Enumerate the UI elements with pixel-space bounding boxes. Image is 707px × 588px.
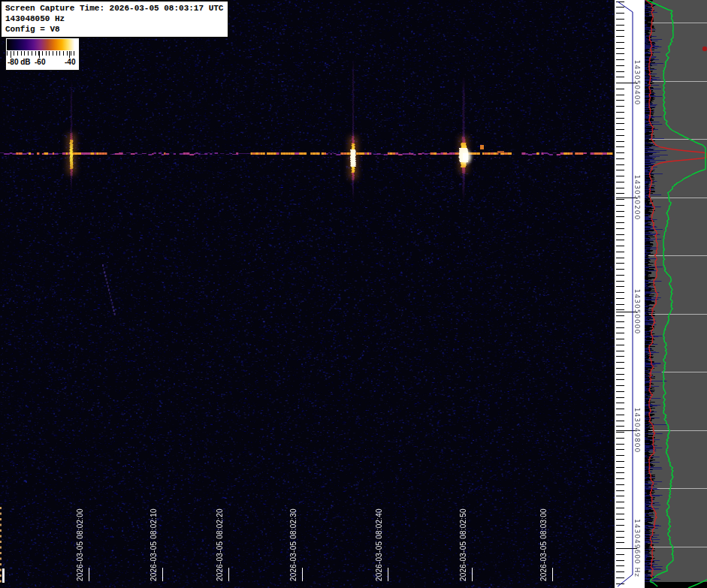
time-axis-tick	[302, 568, 303, 581]
frequency-axis-label: 143050400	[633, 60, 641, 106]
time-axis-label: 2026-03-05 08:02:40	[375, 508, 383, 581]
time-axis-label: 2026-03-05 08:02:20	[216, 508, 224, 581]
time-axis-tick	[162, 568, 163, 581]
waterfall-spectrogram-canvas	[0, 0, 615, 588]
config-text: Config = V8	[5, 24, 223, 35]
db-scale-major-tick	[11, 51, 11, 58]
db-color-scale: -80 dB-60-40	[5, 38, 80, 71]
time-axis-label: 2026-03-05 08:02:30	[289, 508, 298, 581]
time-axis-tick	[388, 568, 388, 581]
frequency-axis-label: 143049600 Hz	[633, 519, 641, 577]
color-gradient-bar	[7, 39, 77, 50]
frequency-axis-label: 143050200	[633, 175, 641, 221]
db-scale-major-tick	[69, 51, 70, 58]
frequency-axis-labels: 1430504001430502001430500001430498001430…	[615, 0, 645, 588]
time-axis-label: 2026-03-05 08:02:50	[459, 508, 467, 581]
color-scale-ticks	[7, 51, 77, 56]
base-frequency-text: 143048050 Hz	[5, 14, 223, 24]
db-scale-label: -80 dB	[8, 58, 31, 66]
time-axis-tick	[552, 568, 553, 581]
time-axis-label: 2026-03-05 08:03:00	[539, 508, 548, 581]
capture-time-text: Screen Capture Time: 2026-03-05 08:03:17…	[5, 3, 223, 14]
time-axis-tick	[89, 568, 89, 581]
frequency-axis-label: 143049800	[633, 408, 641, 454]
capture-info-overlay: Screen Capture Time: 2026-03-05 08:03:17…	[1, 1, 228, 38]
time-axis-tick	[228, 568, 229, 581]
time-axis-label: 2026-03-05 08:02:10	[150, 508, 158, 581]
spectrum-panel-canvas	[645, 0, 707, 588]
time-axis-tick	[472, 568, 473, 581]
db-scale-label: -60	[35, 58, 45, 66]
frequency-axis-label: 143050000	[633, 289, 641, 335]
db-scale-label: -40	[65, 58, 75, 66]
db-scale-major-tick	[39, 51, 40, 58]
spectrogram-screen: 2026-03-05 08:02:002026-03-05 08:02:1020…	[0, 0, 707, 588]
time-axis-label: 2026-03-05 08:02:00	[76, 508, 84, 581]
